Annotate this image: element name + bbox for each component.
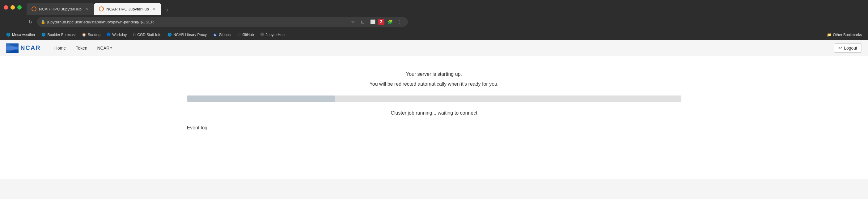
progress-bar-fill [187,95,335,102]
browser-tab-2[interactable]: NCAR HPC JupyterHub ✕ [94,3,161,15]
bookmark-1-label: Mesa weather [12,33,35,37]
maximize-button[interactable] [17,5,22,9]
bookmark-4-favicon [106,32,111,37]
close-button[interactable] [4,5,8,9]
bookmark-6-favicon: 🌐 [167,33,172,37]
bookmark-cgd[interactable]: ◻ CGD Staff Info [130,31,164,39]
bookmark-workday[interactable]: Workday [104,31,129,39]
bookmark-9-favicon [260,32,264,37]
nav-token-link[interactable]: Token [71,43,91,53]
ncar-logo[interactable]: NCAR [6,43,41,53]
nav-links: Home Token NCAR ▾ [50,43,116,53]
new-tab-button[interactable]: + [162,5,172,15]
nav-ncar-label: NCAR [97,46,110,50]
main-content: Your server is starting up. You will be … [0,56,868,179]
back-button[interactable]: ← [4,17,12,26]
extensions-icon[interactable]: 🧩 [385,17,394,26]
cluster-text: Cluster job running... waiting to connec… [391,110,477,116]
bookmark-5-label: CGD Staff Info [137,33,161,37]
event-log-label: Event log [187,125,208,131]
tabs-area: NCAR HPC JupyterHub ✕ NCAR HPC JupyterHu… [27,0,856,15]
browser-tab-1[interactable]: NCAR HPC JupyterHub ✕ [27,3,94,15]
bookmark-ncar-library[interactable]: 🌐 NCAR Library Proxy [165,31,209,39]
bookmark-3-label: Sundog [88,33,100,37]
bookmark-7-label: Globus [219,33,230,37]
status-text: Your server is starting up. [406,72,462,77]
bookmark-github[interactable]: GitHub [234,31,256,39]
bookmark-globus[interactable]: G Globus [211,31,233,39]
nav-ncar-dropdown[interactable]: NCAR ▾ [93,43,117,53]
refresh-button[interactable]: ↻ [26,17,35,26]
forward-button[interactable]: → [15,17,24,26]
zotero-icon[interactable]: Z [378,19,384,25]
tab-2-title: NCAR HPC JupyterHub [106,7,149,11]
bookmark-3-favicon: 🏠 [82,33,86,37]
bookmark-1-favicon: 🌐 [6,33,10,37]
bookmark-5-favicon: ◻ [133,33,136,37]
bookmarks-bar: 🌐 Mesa weather 🌐 Boulder Forecast 🏠 Sund… [0,29,868,40]
minimize-button[interactable] [10,5,15,9]
logout-icon: ↩ [838,46,842,50]
progress-bar-container [187,95,681,102]
other-bookmarks-icon: 📁 [827,33,832,37]
tab-2-favicon [99,6,104,11]
other-bookmarks-label: Other Bookmarks [833,33,862,37]
tab-1-close-button[interactable]: ✕ [84,6,89,11]
browser-controls-right: ⋮ [856,3,864,12]
addressbar-row: ← → ↻ 🔒 jupyterhub.hpc.ucar.edu/stable/h… [0,15,868,29]
nav-ncar-chevron-icon: ▾ [110,46,112,50]
bookmark-2-favicon: 🌐 [41,33,46,37]
screenshot-icon[interactable]: ⬜ [368,17,377,26]
reader-mode-icon[interactable]: ⊡ [359,17,367,26]
bookmark-jupyterhub[interactable]: JupyterHub [258,31,287,39]
address-bar[interactable]: 🔒 jupyterhub.hpc.ucar.edu/stable/hub/spa… [37,17,408,27]
ncar-navbar: NCAR Home Token NCAR ▾ ↩ Logout [0,40,868,56]
titlebar: NCAR HPC JupyterHub ✕ NCAR HPC JupyterHu… [0,0,868,15]
lock-icon: 🔒 [41,20,45,24]
bookmark-6-label: NCAR Library Proxy [173,33,207,37]
bookmark-star-icon[interactable]: ☆ [348,17,357,26]
svg-point-4 [260,33,264,36]
ncar-logo-icon [6,43,19,53]
logout-button[interactable]: ↩ Logout [834,43,862,53]
tab-2-close-button[interactable]: ✕ [151,6,156,11]
redirect-text: You will be redirected automatically whe… [370,81,499,87]
bookmark-8-label: GitHub [242,33,254,37]
bookmark-sundog[interactable]: 🏠 Sundog [80,31,103,39]
svg-point-3 [237,33,241,36]
address-right-icons: ☆ ⊡ ⬜ Z 🧩 ⋮ [348,17,404,26]
address-text: jupyterhub.hpc.ucar.edu/stable/hub/spawn… [47,20,347,24]
svg-point-2 [107,33,111,36]
tab-1-favicon [32,6,36,11]
more-options-icon[interactable]: ⋮ [396,17,404,26]
bookmark-4-label: Workday [112,33,127,37]
other-bookmarks[interactable]: 📁 Other Bookmarks [825,33,864,37]
ncar-logo-text: NCAR [21,44,41,51]
bookmark-8-favicon [237,32,241,37]
bookmark-boulder-forecast[interactable]: 🌐 Boulder Forecast [39,31,78,39]
bookmark-7-favicon: G [213,33,217,37]
bookmark-2-label: Boulder Forecast [47,33,75,37]
bookmark-9-label: JupyterHub [266,33,285,37]
logout-label: Logout [844,46,857,50]
browser-menu-button[interactable]: ⋮ [856,3,864,12]
tab-1-title: NCAR HPC JupyterHub [39,7,82,11]
nav-home-link[interactable]: Home [50,43,70,53]
window-controls [4,5,22,9]
bookmark-mesa-weather[interactable]: 🌐 Mesa weather [4,31,38,39]
